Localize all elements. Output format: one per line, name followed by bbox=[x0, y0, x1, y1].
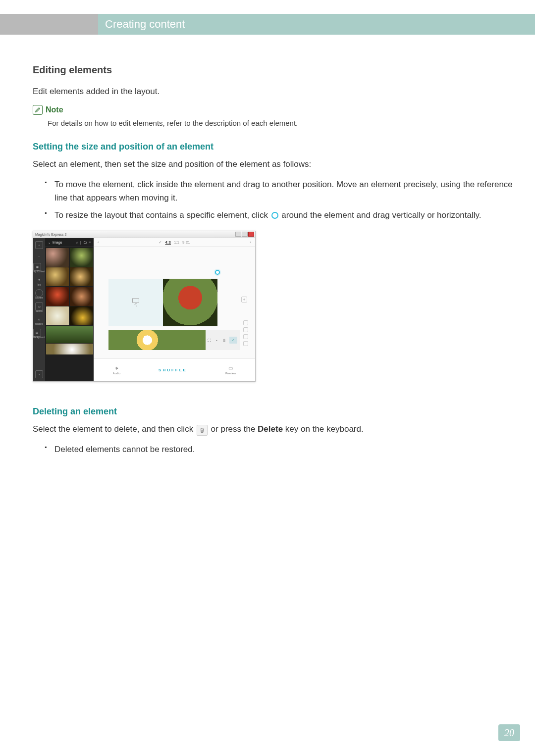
tool-icon[interactable] bbox=[243, 334, 248, 339]
tool-icon[interactable] bbox=[243, 341, 248, 346]
confirm-icon[interactable]: ✓ bbox=[229, 337, 237, 344]
section-editing-heading: Editing elements bbox=[33, 64, 112, 77]
background-label: Background bbox=[33, 337, 45, 339]
tool-icon[interactable] bbox=[243, 327, 248, 332]
timeline-tools: ⛶ ▪ 🗑 ✓ bbox=[206, 330, 240, 350]
delete-key: Delete bbox=[258, 424, 283, 434]
page-content: Editing elements Edit elements added in … bbox=[33, 64, 520, 465]
left-rail: ⌂ ← ▦ My Content T Text Stickers ▭ Sourc… bbox=[33, 238, 45, 381]
preview-button[interactable]: ▭ Preview bbox=[225, 365, 236, 375]
copy-icon[interactable]: ▪ bbox=[214, 338, 219, 343]
section-size-heading: Setting the size and position of an elem… bbox=[33, 142, 520, 152]
delete-line-mid: or press the bbox=[209, 424, 258, 434]
thumbnail[interactable] bbox=[46, 248, 69, 267]
app-body: ⌂ ← ▦ My Content T Text Stickers ▭ Sourc… bbox=[33, 238, 255, 381]
delete-line-post: key on the keyboard. bbox=[283, 424, 364, 434]
tool-icon[interactable] bbox=[243, 320, 248, 325]
window-title: MagicInfo Express 2 bbox=[35, 233, 66, 236]
section-size-intro: Select an element, then set the size and… bbox=[33, 158, 520, 171]
note-text: For details on how to edit elements, ref… bbox=[48, 118, 520, 129]
stickers-icon[interactable] bbox=[35, 289, 43, 297]
close-icon[interactable] bbox=[248, 232, 254, 237]
home-icon[interactable]: ⌂ bbox=[35, 241, 43, 249]
window-buttons bbox=[235, 232, 254, 237]
shuffle-button[interactable]: SHUFFLE bbox=[159, 368, 187, 372]
panel-title: Image bbox=[53, 241, 62, 244]
delete-line-pre: Select the element to delete, and then c… bbox=[33, 424, 196, 434]
divider: | bbox=[80, 241, 81, 244]
bullet-move: To move the element, click inside the el… bbox=[45, 178, 520, 204]
add-button[interactable]: + bbox=[241, 297, 247, 302]
slot-tv-label: TV bbox=[134, 304, 137, 307]
header-teal-block: Creating content bbox=[98, 14, 535, 35]
note-label: Note bbox=[46, 105, 63, 114]
source-icon[interactable]: ▭ bbox=[35, 302, 43, 310]
bottom-bar: 🕩 Audio SHUFFLE ▭ Preview bbox=[94, 358, 255, 381]
maximize-icon[interactable] bbox=[242, 232, 248, 237]
thumbnail[interactable] bbox=[70, 287, 93, 306]
background-icon[interactable]: ▤ bbox=[33, 329, 41, 337]
folder-icon[interactable]: 🗀 bbox=[83, 241, 87, 244]
audio-label: Audio bbox=[113, 372, 120, 375]
page-header: Creating content bbox=[0, 14, 535, 35]
resize-handle-icon[interactable] bbox=[215, 270, 220, 275]
layout-stage[interactable]: TV bbox=[108, 279, 217, 326]
header-gray-block bbox=[0, 14, 98, 35]
note-head: Note bbox=[33, 105, 520, 115]
fit-icon[interactable]: ⛶ bbox=[207, 338, 212, 343]
window-titlebar: MagicInfo Express 2 bbox=[33, 231, 255, 238]
thumbnail[interactable] bbox=[46, 344, 93, 354]
delete-bullet-1: Deleted elements cannot be restored. bbox=[45, 443, 520, 456]
delete-line: Select the element to delete, and then c… bbox=[33, 423, 520, 436]
thumbnail[interactable] bbox=[70, 306, 93, 325]
bullet-resize: To resize the layout that contains a spe… bbox=[45, 208, 520, 222]
thumbnail[interactable] bbox=[70, 248, 93, 267]
audio-button[interactable]: 🕩 Audio bbox=[113, 365, 120, 375]
my-content-label: My Content bbox=[33, 271, 45, 273]
ratio-9-21[interactable]: 9:21 bbox=[182, 240, 190, 245]
thumbnail[interactable] bbox=[46, 306, 69, 325]
timeline-bar: ⛶ ▪ 🗑 ✓ bbox=[108, 330, 240, 350]
tv-icon bbox=[132, 298, 139, 303]
preview-icon: ▭ bbox=[225, 365, 236, 371]
timeline-thumbnail[interactable] bbox=[108, 330, 206, 350]
text-icon[interactable]: T bbox=[35, 276, 43, 284]
right-tool-column bbox=[243, 320, 248, 346]
thumbnail[interactable] bbox=[46, 326, 93, 343]
trash-icon[interactable]: 🗑 bbox=[222, 338, 226, 343]
header-title: Creating content bbox=[105, 18, 185, 31]
ratio-group: ✓ 4:3 1:1 9:21 bbox=[159, 240, 190, 245]
section-editing-intro: Edit elements added in the layout. bbox=[33, 85, 520, 98]
preview-label: Preview bbox=[225, 372, 236, 375]
ratio-4-3[interactable]: 4:3 bbox=[165, 240, 171, 245]
stickers-label: Stickers bbox=[35, 297, 43, 300]
bullet-resize-post: around the element and drag vertically o… bbox=[279, 210, 482, 220]
resize-handle-icon bbox=[271, 212, 278, 219]
menu-icon[interactable]: ≡ bbox=[89, 241, 91, 244]
source-label: Source bbox=[35, 310, 43, 313]
bullet-resize-pre: To resize the layout that contains a spe… bbox=[54, 210, 270, 220]
widgets-label: Widgets bbox=[35, 323, 43, 326]
trash-icon bbox=[197, 425, 208, 436]
note-block: Note For details on how to edit elements… bbox=[33, 105, 520, 129]
size-bullets: To move the element, click inside the el… bbox=[45, 178, 520, 222]
app-screenshot: MagicInfo Express 2 ⌂ ← ▦ My Content T T… bbox=[33, 231, 256, 382]
thumbnail-grid bbox=[45, 247, 94, 355]
ratio-1-1[interactable]: 1:1 bbox=[174, 240, 179, 245]
thumbnail[interactable] bbox=[46, 267, 69, 286]
search-icon[interactable]: ⌕ bbox=[76, 241, 78, 244]
thumbnail[interactable] bbox=[46, 287, 69, 306]
my-content-icon[interactable]: ▦ bbox=[33, 263, 41, 271]
chevron-down-icon[interactable]: ⌄ bbox=[48, 241, 51, 244]
chevron-right-icon[interactable]: › bbox=[250, 240, 251, 245]
back-icon[interactable]: ← bbox=[35, 252, 43, 260]
widgets-icon[interactable]: ◇ bbox=[35, 315, 43, 323]
layout-slot-image[interactable] bbox=[163, 279, 217, 326]
canvas-area: ‹ ✓ 4:3 1:1 9:21 › TV bbox=[94, 238, 255, 381]
expand-icon[interactable]: › bbox=[35, 370, 43, 378]
chevron-left-icon[interactable]: ‹ bbox=[98, 240, 99, 245]
minimize-icon[interactable] bbox=[235, 232, 241, 237]
panel-header: ⌄ Image ⌕ | 🗀 ≡ bbox=[45, 238, 94, 247]
layout-slot-tv[interactable]: TV bbox=[108, 279, 163, 326]
thumbnail[interactable] bbox=[70, 267, 93, 286]
